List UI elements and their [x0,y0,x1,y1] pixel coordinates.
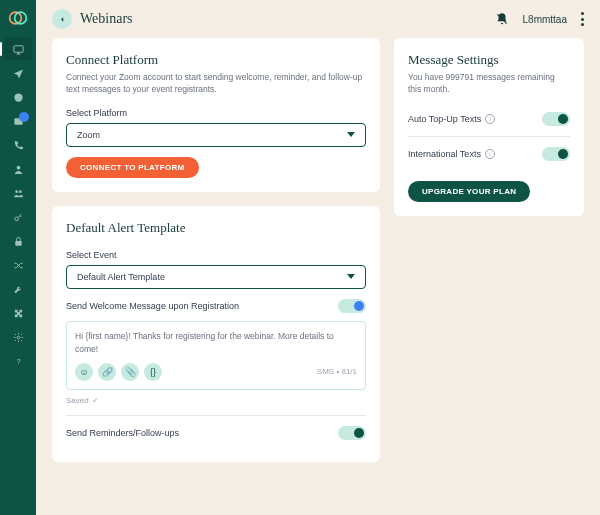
connect-platform-button[interactable]: CONNECT TO PLATFORM [66,157,199,178]
sidebar-item-phone[interactable] [4,134,32,156]
chevron-down-icon [347,132,355,137]
settings-title: Message Settings [408,52,570,68]
chevron-down-icon [347,274,355,279]
svg-point-10 [17,336,20,339]
sidebar-item-puzzle[interactable] [4,302,32,324]
event-select-value: Default Alert Template [77,272,165,282]
welcome-toggle-label: Send Welcome Message upon Registration [66,301,239,311]
event-select[interactable]: Default Alert Template [66,265,366,289]
character-count: SMS • 81/1 [317,366,357,378]
event-select-label: Select Event [66,250,366,260]
svg-point-6 [15,190,18,193]
svg-point-7 [18,190,21,193]
notifications-icon[interactable] [495,12,509,26]
sidebar-item-contacts[interactable] [4,158,32,180]
sidebar-item-send[interactable] [4,62,32,84]
page-header: Webinars L8mmttaa [36,0,600,38]
sidebar-item-messages[interactable] [4,110,32,132]
sidebar-item-chat[interactable] [4,86,32,108]
reminders-toggle-label: Send Reminders/Follow-ups [66,428,179,438]
svg-text:?: ? [16,357,20,366]
info-icon[interactable]: i [485,149,495,159]
sidebar-item-wrench[interactable] [4,278,32,300]
template-title: Default Alert Template [66,220,366,236]
sidebar-item-settings[interactable] [4,326,32,348]
upgrade-plan-button[interactable]: UPGRADE YOUR PLAN [408,181,530,202]
platform-select-label: Select Platform [66,108,366,118]
user-name[interactable]: L8mmttaa [523,14,567,25]
menu-button[interactable] [581,12,584,26]
connect-platform-card: Connect Platform Connect your Zoom accou… [52,38,380,192]
sidebar-item-lock[interactable] [4,230,32,252]
emoji-picker-button[interactable]: ☺ [75,363,93,381]
platform-select-value: Zoom [77,130,100,140]
svg-point-5 [16,165,20,169]
notification-badge [19,112,29,122]
variable-button[interactable]: {} [144,363,162,381]
auto-topup-label: Auto Top-Up Texts [408,114,481,124]
info-icon[interactable]: i [485,114,495,124]
reminders-toggle[interactable] [338,426,366,440]
welcome-message-text: Hi {first name}! Thanks for registering … [75,330,357,356]
connect-title: Connect Platform [66,52,366,68]
sidebar-item-help[interactable]: ? [4,350,32,372]
message-settings-card: Message Settings You have 999791 message… [394,38,584,216]
welcome-message-textarea[interactable]: Hi {first name}! Thanks for registering … [66,321,366,391]
international-toggle[interactable] [542,147,570,161]
svg-rect-9 [15,241,21,246]
sidebar-item-shuffle[interactable] [4,254,32,276]
app-logo [8,8,28,28]
connect-subtitle: Connect your Zoom account to start sendi… [66,72,366,96]
platform-select[interactable]: Zoom [66,123,366,147]
sidebar-item-groups[interactable] [4,182,32,204]
messages-remaining: You have 999791 messages remaining this … [408,72,570,96]
welcome-message-toggle[interactable] [338,299,366,313]
saved-indicator: Saved ✓ [66,396,366,405]
svg-rect-2 [13,45,22,51]
auto-topup-toggle[interactable] [542,112,570,126]
link-button[interactable]: 🔗 [98,363,116,381]
sidebar-item-keys[interactable] [4,206,32,228]
divider [66,415,366,416]
sidebar: ? [0,0,36,515]
main-content: Webinars L8mmttaa Connect Platform Conne… [36,0,600,515]
svg-point-3 [14,93,22,101]
international-label: International Texts [408,149,481,159]
page-title: Webinars [80,11,133,27]
back-button[interactable] [52,9,72,29]
sidebar-item-display[interactable] [4,38,32,60]
svg-point-8 [14,217,18,221]
default-alert-template-card: Default Alert Template Select Event Defa… [52,206,380,463]
attachment-button[interactable]: 📎 [121,363,139,381]
